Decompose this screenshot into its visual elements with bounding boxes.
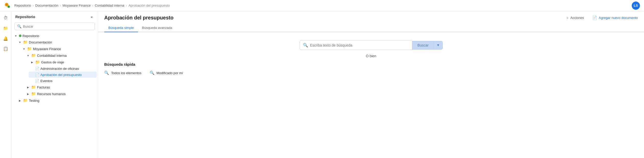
search-input[interactable]	[310, 43, 409, 47]
add-doc-icon: 📄	[592, 15, 597, 20]
tree-label-documentacion: Documentación	[29, 40, 95, 44]
user-avatar[interactable]: LS	[632, 2, 640, 10]
tree-row-admin-oficinas[interactable]: 📄 Administración de oficinas	[29, 65, 97, 72]
search-button[interactable]: Buscar	[412, 41, 434, 50]
tree-toggle-moyaware[interactable]	[22, 47, 26, 51]
actions-expand-icon[interactable]: »	[567, 16, 568, 20]
tree-label-admin-oficinas: Administración de oficinas	[40, 67, 95, 71]
breadcrumb-documentacion[interactable]: Documentación	[35, 4, 58, 7]
content-area: Aprobación del presupuesto » Acciones 📄 …	[98, 11, 644, 158]
tree-row-eventos[interactable]: 📄 Eventos	[29, 78, 97, 84]
tree-toggle-facturas[interactable]	[26, 85, 30, 89]
quick-search-modified[interactable]: 🔍 Modificado por mí	[150, 71, 183, 75]
tree-node-gastos: 📁 Gastos de viaje	[29, 59, 97, 65]
svg-point-1	[6, 4, 7, 5]
bell-icon[interactable]: 🔔	[1, 34, 10, 43]
sidebar-header: Repositorio «	[11, 11, 98, 22]
tree-label-moyaware: Moyaware Finance	[33, 47, 95, 51]
tree-node-facturas: 📁 Facturas	[25, 84, 97, 91]
tree-label-contabilidad: Contabilidad interna	[37, 54, 95, 58]
tree-label-eventos: Eventos	[40, 79, 95, 83]
tree-row-rrhh[interactable]: 📁 Recursos humanos	[25, 91, 97, 97]
tree-node-rrhh: 📁 Recursos humanos	[25, 91, 97, 97]
folder-nav-icon[interactable]: 📁	[1, 24, 10, 33]
tree-node-eventos: 📄 Eventos	[29, 78, 97, 84]
repo-status-dot	[19, 35, 21, 37]
search-dropdown-button[interactable]: ▼	[434, 41, 443, 50]
search-button-group: Buscar ▼	[412, 41, 442, 50]
tree-children-root: 📁 Documentación 📁 Moyaware Finance	[12, 39, 97, 104]
tree-row-gastos[interactable]: 📁 Gastos de viaje	[29, 59, 97, 65]
sidebar: Repositorio « 🔍 Repositorio	[11, 11, 98, 158]
breadcrumb-moyaware[interactable]: Moyaware Finance	[63, 4, 91, 7]
tree-node-admin-oficinas: 📄 Administración de oficinas	[29, 65, 97, 72]
sidebar-title: Repositorio	[15, 15, 35, 19]
tree-toggle-testing[interactable]	[18, 98, 22, 103]
tree-children-contabilidad: 📁 Gastos de viaje	[25, 59, 97, 84]
tasks-icon[interactable]: 📋	[1, 44, 10, 53]
doc-icon-admin: 📄	[35, 67, 39, 71]
sidebar-search-box[interactable]: 🔍	[14, 22, 95, 30]
clock-icon[interactable]: ⏱	[1, 13, 10, 22]
sidebar-search-area: 🔍	[11, 22, 98, 33]
actions-section: » Acciones 📄 Agregar nuevo documento	[567, 15, 638, 20]
tree-label-testing: Testing	[29, 99, 95, 103]
main-layout: ⏱ 📁 🔔 📋 Repositorio « 🔍 Repositorio	[0, 11, 644, 158]
sidebar-collapse-button[interactable]: «	[90, 14, 94, 19]
tab-busqueda-avanzada[interactable]: Búsqueda avanzada	[138, 24, 177, 32]
tree-row-testing[interactable]: 📁 Testing	[16, 97, 97, 104]
all-items-icon: 🔍	[104, 71, 109, 75]
tree-node-root: Repositorio 📁 Documentación	[12, 33, 97, 104]
search-magnifier-icon: 🔍	[303, 43, 308, 48]
doc-icon-aprobacion: 📄	[35, 73, 39, 77]
tree-row-contabilidad[interactable]: 📁 Contabilidad interna	[25, 52, 97, 59]
tree-toggle-rrhh[interactable]	[26, 92, 30, 96]
search-section: 🔍 Buscar ▼ O bien	[98, 32, 644, 62]
tree-label-aprobacion: Aprobación del presupuesto	[40, 73, 95, 77]
tree-row-facturas[interactable]: 📁 Facturas	[25, 84, 97, 91]
folder-icon-contabilidad: 📁	[31, 53, 36, 58]
tree-children-documentacion: 📁 Moyaware Finance 📁	[16, 46, 97, 97]
tree-toggle-documentacion[interactable]	[18, 40, 22, 44]
sidebar-tree: Repositorio 📁 Documentación	[11, 33, 98, 158]
breadcrumb-repositorio[interactable]: Repositorio	[14, 4, 31, 7]
quick-search-all[interactable]: 🔍 Todos los elementos	[104, 71, 142, 75]
tree-label-gastos: Gastos de viaje	[41, 60, 95, 64]
folder-icon-facturas: 📁	[31, 85, 36, 89]
tree-toggle-root[interactable]	[14, 34, 18, 38]
tree-node-documentacion: 📁 Documentación 📁 Moyaware Finance	[16, 39, 97, 97]
tree-node-testing: 📁 Testing	[16, 97, 97, 104]
tree-toggle-contabilidad[interactable]	[26, 53, 30, 58]
folder-icon-documentacion: 📁	[23, 40, 28, 44]
breadcrumb: Repositorio › Documentación › Moyaware F…	[14, 4, 632, 7]
folder-icon-moyaware: 📁	[27, 47, 32, 51]
search-bar-wrapper: 🔍 Buscar ▼	[300, 40, 443, 50]
quick-search-title: Búsqueda rápida	[104, 62, 638, 66]
breadcrumb-contabilidad[interactable]: Contabilidad interna	[95, 4, 124, 7]
page-title: Aprobación del presupuesto	[104, 15, 173, 21]
folder-icon-testing: 📁	[23, 98, 28, 103]
quick-search-all-label: Todos los elementos	[111, 71, 142, 75]
modified-icon: 🔍	[150, 71, 155, 75]
tree-children-moyaware: 📁 Contabilidad interna	[20, 52, 97, 97]
tabs-row: Búsqueda simple Búsqueda avanzada	[98, 24, 644, 32]
tab-busqueda-simple[interactable]: Búsqueda simple	[104, 24, 138, 32]
topbar: Repositorio › Documentación › Moyaware F…	[0, 0, 644, 11]
tree-label-repositorio: Repositorio	[22, 34, 95, 38]
or-text: O bien	[366, 54, 376, 58]
sidebar-search-input[interactable]	[23, 25, 92, 28]
tree-row-moyaware[interactable]: 📁 Moyaware Finance	[20, 46, 97, 52]
content-header: Aprobación del presupuesto » Acciones 📄 …	[98, 11, 644, 21]
tree-row-aprobacion[interactable]: 📄 Aprobación del presupuesto	[29, 72, 97, 78]
tree-row-repositorio[interactable]: Repositorio	[12, 33, 97, 39]
tree-label-rrhh: Recursos humanos	[37, 92, 95, 96]
tree-toggle-gastos[interactable]	[30, 60, 34, 64]
add-new-document-button[interactable]: 📄 Agregar nuevo documento	[592, 15, 638, 20]
search-input-wrap: 🔍	[300, 40, 412, 50]
quick-search-modified-label: Modificado por mí	[157, 71, 183, 75]
icon-rail: ⏱ 📁 🔔 📋	[0, 11, 11, 158]
tree-row-documentacion[interactable]: 📁 Documentación	[16, 39, 97, 46]
quick-search-items: 🔍 Todos los elementos 🔍 Modificado por m…	[104, 71, 638, 75]
tree-label-facturas: Facturas	[37, 85, 95, 89]
tree-node-contabilidad: 📁 Contabilidad interna	[25, 52, 97, 84]
